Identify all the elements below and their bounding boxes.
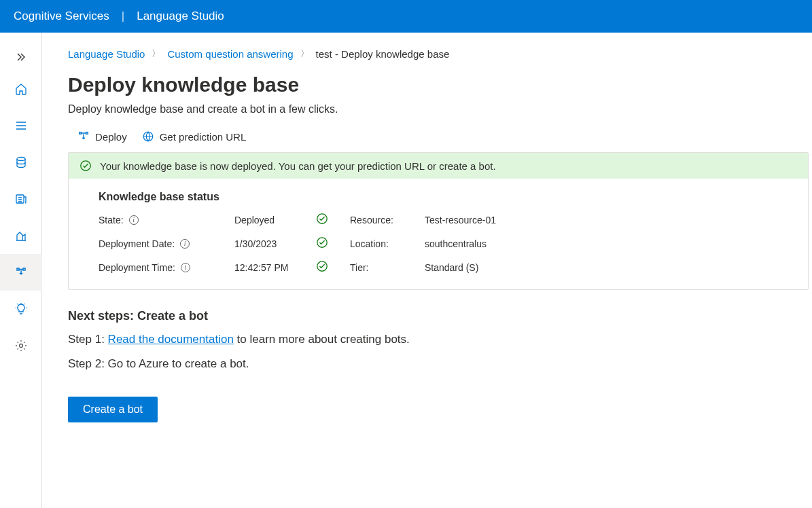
- banner-text: Your knowledge base is now deployed. You…: [100, 160, 496, 172]
- toolbar: Deploy Get prediction URL: [68, 130, 809, 143]
- read-documentation-link[interactable]: Read the documentation: [108, 333, 234, 346]
- page-title: Deploy knowledge base: [68, 73, 809, 96]
- app-name: Language Studio: [137, 10, 224, 23]
- svg-point-0: [17, 158, 25, 161]
- rail-improve[interactable]: [0, 291, 42, 327]
- header-divider: |: [122, 10, 124, 23]
- top-bar: Cognitive Services | Language Studio: [0, 0, 812, 33]
- step-2: Step 2: Go to Azure to create a bot.: [68, 357, 809, 371]
- date-label: Deployment Date: i: [99, 238, 234, 249]
- rail-model[interactable]: [0, 217, 42, 254]
- check-circle-icon: [80, 160, 92, 172]
- time-check: [316, 260, 350, 274]
- info-icon[interactable]: i: [180, 239, 190, 249]
- list-icon: [14, 119, 28, 132]
- tier-label: Tier:: [350, 262, 425, 273]
- info-icon[interactable]: i: [129, 215, 139, 225]
- database-icon: [14, 156, 28, 169]
- svg-rect-3: [23, 268, 25, 270]
- status-heading: Knowledge base status: [99, 191, 778, 203]
- rail-home[interactable]: [0, 71, 42, 107]
- location-label: Location:: [350, 238, 425, 249]
- expand-rail-button[interactable]: [0, 43, 42, 71]
- deploy-icon: [77, 130, 90, 143]
- state-check: [316, 213, 350, 227]
- deploy-icon: [14, 266, 28, 279]
- svg-point-4: [19, 344, 22, 348]
- resource-value: Test-resource-01: [425, 215, 561, 225]
- gear-icon: [14, 339, 28, 352]
- location-value: southcentralus: [425, 238, 561, 249]
- tier-value: Standard (S): [425, 262, 561, 273]
- rail-database[interactable]: [0, 144, 42, 181]
- lightbulb-icon: [14, 302, 28, 316]
- check-circle-icon: [316, 213, 328, 225]
- date-check: [316, 236, 350, 251]
- chevron-right-double-icon: [16, 52, 27, 62]
- breadcrumb-link-2[interactable]: Custom question answering: [167, 48, 293, 60]
- breadcrumb: Language Studio 〉 Custom question answer…: [68, 48, 809, 60]
- svg-rect-5: [80, 132, 82, 134]
- time-value: 12:42:57 PM: [234, 262, 316, 273]
- status-card: Your knowledge base is now deployed. You…: [68, 152, 809, 290]
- product-name: Cognitive Services: [14, 10, 109, 23]
- info-icon[interactable]: i: [181, 263, 190, 272]
- next-steps-heading: Next steps: Create a bot: [68, 309, 809, 323]
- success-banner: Your knowledge base is now deployed. You…: [69, 153, 808, 179]
- chevron-right-icon: 〉: [300, 48, 309, 60]
- check-circle-icon: [316, 236, 328, 249]
- step-1: Step 1: Read the documentation to learn …: [68, 333, 809, 346]
- building-icon: [14, 229, 28, 242]
- left-rail: [0, 33, 42, 508]
- state-label: State: i: [99, 215, 234, 225]
- svg-rect-2: [17, 268, 19, 270]
- breadcrumb-current: test - Deploy knowledge base: [316, 48, 450, 60]
- get-prediction-url-label: Get prediction URL: [160, 131, 247, 143]
- date-value: 1/30/2023: [234, 238, 316, 249]
- deploy-button-label: Deploy: [95, 131, 127, 143]
- get-prediction-url-button[interactable]: Get prediction URL: [142, 130, 247, 143]
- home-icon: [14, 82, 28, 96]
- state-value: Deployed: [234, 215, 316, 225]
- deploy-button[interactable]: Deploy: [77, 130, 127, 143]
- svg-rect-6: [86, 132, 88, 134]
- check-circle-icon: [316, 260, 328, 272]
- rail-settings[interactable]: [0, 327, 42, 364]
- rail-list[interactable]: [0, 107, 42, 144]
- rail-news[interactable]: [0, 181, 42, 217]
- time-label: Deployment Time: i: [99, 262, 234, 273]
- breadcrumb-link-1[interactable]: Language Studio: [68, 48, 145, 60]
- news-icon: [14, 192, 28, 206]
- page-subtitle: Deploy knowledge base and create a bot i…: [68, 103, 809, 115]
- globe-icon: [142, 130, 154, 143]
- resource-label: Resource:: [350, 215, 425, 225]
- create-bot-button[interactable]: Create a bot: [68, 397, 158, 422]
- rail-deploy[interactable]: [0, 254, 42, 291]
- chevron-right-icon: 〉: [152, 48, 160, 60]
